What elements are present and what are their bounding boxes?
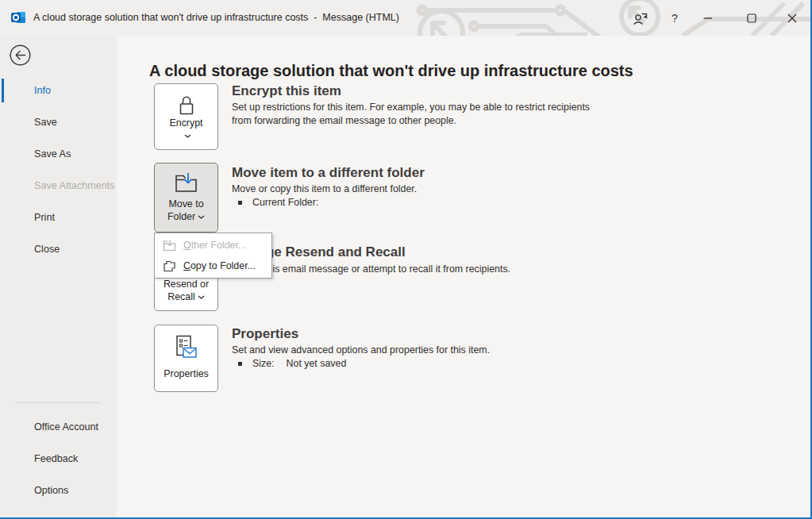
encrypt-heading: Encrypt this item — [232, 83, 341, 99]
page-title: A cloud storage solution that won't driv… — [149, 62, 633, 80]
close-button[interactable] — [781, 0, 803, 36]
sidebar-item-save-as[interactable]: Save As — [0, 138, 117, 170]
menu-item-copy-to-folder[interactable]: Copy to Folder... — [155, 256, 271, 276]
encrypt-button[interactable]: Encrypt — [154, 83, 218, 150]
chevron-down-icon — [198, 295, 205, 299]
size-row: Size: Not yet saved — [238, 358, 346, 369]
move-folder-icon — [155, 172, 217, 194]
sidebar-divider — [16, 402, 102, 403]
window-title: A cloud storage solution that won't driv… — [33, 12, 399, 23]
back-button[interactable] — [10, 44, 31, 66]
help-icon: ? — [672, 12, 678, 25]
minimize-icon — [703, 13, 713, 23]
backstage-sidebar: Info Save Save As Save Attachments Print… — [0, 36, 117, 517]
close-icon — [787, 13, 797, 23]
menu-item-label: Copy to Folder... — [183, 260, 256, 271]
resend-button-label-2: Recall — [167, 291, 194, 302]
other-folder-icon — [162, 240, 176, 252]
maximize-icon — [747, 13, 756, 23]
copy-to-folder-icon — [162, 260, 176, 272]
properties-button-label: Properties — [155, 367, 217, 380]
chevron-down-icon — [184, 134, 191, 138]
sidebar-item-office-account[interactable]: Office Account — [0, 411, 117, 443]
move-folder-dropdown-menu: Other Folder... Copy to Folder... — [154, 233, 272, 279]
properties-description: Set and view advanced options and proper… — [232, 344, 490, 357]
outlook-message-backstage-window: A cloud storage solution that won't driv… — [0, 0, 812, 519]
chevron-down-icon — [198, 215, 205, 219]
current-folder-label: Current Folder: — [252, 197, 318, 208]
sidebar-item-close[interactable]: Close — [0, 233, 117, 265]
sidebar-item-feedback[interactable]: Feedback — [0, 443, 117, 475]
active-tab-indicator — [2, 79, 4, 102]
sidebar-item-save-attachments: Save Attachments — [0, 170, 117, 202]
properties-heading: Properties — [232, 326, 298, 342]
current-folder-row: Current Folder: — [238, 197, 318, 208]
menu-item-other-folder: Other Folder... — [155, 235, 271, 256]
share-contact-icon[interactable] — [629, 0, 652, 36]
size-label: Size: — [252, 358, 275, 369]
menu-item-label: Other Folder... — [183, 240, 246, 251]
properties-icon — [155, 335, 217, 359]
encrypt-button-label: Encrypt — [155, 117, 217, 129]
maximize-button[interactable] — [741, 0, 763, 36]
sidebar-item-print[interactable]: Print — [0, 202, 117, 233]
encrypt-description-line2: from forwarding the email message to oth… — [232, 114, 590, 128]
square-bullet-icon — [238, 201, 242, 205]
minimize-button[interactable] — [697, 0, 719, 36]
sidebar-item-save[interactable]: Save — [0, 106, 117, 138]
outlook-app-icon — [10, 10, 28, 25]
square-bullet-icon — [238, 362, 242, 366]
help-button[interactable]: ? — [665, 0, 684, 36]
move-description: Move or copy this item to a different fo… — [232, 183, 417, 196]
sidebar-item-info[interactable]: Info — [0, 75, 117, 106]
lock-icon — [155, 94, 217, 118]
properties-button[interactable]: Properties — [154, 325, 218, 392]
move-button-label-2: Folder — [167, 211, 195, 222]
move-to-folder-button[interactable]: Move to Folder — [154, 163, 218, 233]
resend-button-label-1: Resend or — [155, 278, 217, 290]
encrypt-description-line1: Set up restrictions for this item. For e… — [232, 101, 590, 114]
move-heading: Move item to a different folder — [232, 165, 425, 181]
size-value: Not yet saved — [287, 358, 347, 369]
info-page: A cloud storage solution that won't driv… — [117, 36, 810, 517]
title-bar: A cloud storage solution that won't driv… — [0, 0, 810, 36]
back-arrow-icon — [10, 44, 31, 66]
move-button-label-1: Move to — [155, 198, 217, 210]
sidebar-item-options[interactable]: Options — [0, 475, 117, 506]
